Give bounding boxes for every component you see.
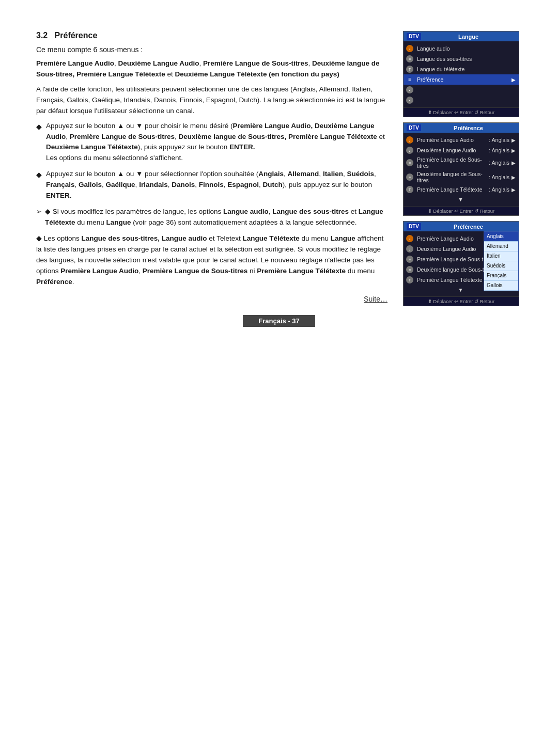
tv-footer-2: ⬆ Déplacer ↩ Entrer ↺ Retour [404,206,519,215]
tv-icon-1-3: T [406,65,414,73]
tv-icon-2-2: ♪ [406,146,414,154]
tv-row-2-5: T Première Langue Télétexte : Anglais ▶ [404,184,519,195]
tv-header-3: DTV Préférence [404,222,519,231]
tv-footer-1: ⬆ Déplacer ↩ Entrer ↺ Retour [404,107,519,117]
dtv-label-3: DTV [407,223,421,230]
tv-row-text-2-1: Première Langue Audio [417,137,488,143]
tv-box-3: DTV Préférence ♪ Première Langue Audio ♪… [403,221,519,306]
tv-row-arrow-2-3: ▶ [512,160,516,166]
bullet-text-1: Appuyez sur le bouton ▲ ou ▼ pour choisi… [46,121,388,164]
tv-icon-1-4: ☰ [406,75,414,84]
bottom-para: ◆ Les options Langue des sous-titres, La… [36,233,388,288]
section-number: 3.2 [36,31,48,40]
popup-item-anglais[interactable]: Anglais [484,232,518,242]
diamond-icon-2: ◆ [36,169,42,181]
tv-row-arrow-2-2: ▶ [512,148,516,153]
ui-column: DTV Langue ♪ Langue audio ≡ Langue des s… [403,31,522,306]
tv-icon-2-4: ≡ [406,173,414,181]
arrow-symbol: ➢ [36,207,42,217]
tv-down-arrow-3: ▼ [458,287,463,293]
tv-row-2-4: ≡ Deuxième langue de Sous-titres : Angla… [404,170,519,184]
tv-title-3: Préférence [421,224,516,230]
tv-down-arrow-2: ▼ [458,196,463,202]
tv-row-value-2-3: : Anglais [489,160,509,166]
tv-icon-1-2: ≡ [406,55,414,63]
popup-item-gallois[interactable]: Gallois [484,281,518,291]
bold-para: Première Langue Audio, Deuxième Langue A… [36,58,388,80]
intro-text: Ce menu compte 6 sous-menus : [36,44,388,55]
bullet-item-1: ◆ Appuyez sur le bouton ▲ ou ▼ pour choi… [36,121,388,164]
dtv-label-2: DTV [407,124,421,131]
section-heading: 3.2 Préférence [36,31,388,40]
tv-row-text-2-3: Première Langue de Sous-titres [417,156,488,169]
popup-item-italien[interactable]: Italien [484,251,518,261]
popup-item-francais[interactable]: Français [484,271,518,281]
tv-row-value-2-2: : Anglais [489,147,509,153]
tv-row-text-1-3: Langue du télétexte [417,66,516,72]
tv-row-1-2: ≡ Langue des sous-titres [404,54,519,64]
tv-row-value-2-4: : Anglais [489,174,509,180]
tv-row-text-1-1: Langue audio [417,45,516,52]
body-text: A l'aide de cette fonction, les utilisat… [36,84,388,117]
tv-row-arrow-2-4: ▶ [512,175,516,180]
arrow-item: ➢ ◆ Si vous modifiez les paramètres de l… [36,207,388,228]
tv-row-text-1-4: Préférence [417,76,509,83]
diamond-icon-1: ◆ [36,121,42,133]
tv-row-text-2-2: Deuxième Langue Audio [417,147,488,153]
tv-row-2-3: ≡ Première Langue de Sous-titres : Angla… [404,155,519,170]
bullet-item-2: ◆ Appuyez sur le bouton ▲ ou ▼ pour séle… [36,169,388,201]
tv-header-1: DTV Langue [404,32,519,41]
tv-icon-2-1: ♪ [406,136,414,144]
tv-icon-3-4: ≡ [406,265,414,274]
tv-row-arrow-2-5: ▶ [512,187,516,193]
tv-row-1-5: • [404,85,519,95]
tv-icon-1-1: ♪ [406,44,414,53]
popup-item-allemand[interactable]: Allemand [484,242,518,251]
page-container: 3.2 Préférence Ce menu compte 6 sous-men… [0,0,558,348]
tv-row-2-1: ♪ Première Langue Audio : Anglais ▶ [404,135,519,145]
footer-label: Français - 37 [243,315,315,327]
bullet-text-2: Appuyez sur le bouton ▲ ou ▼ pour sélect… [46,169,388,201]
bullet-list: ◆ Appuyez sur le bouton ▲ ou ▼ pour choi… [36,121,388,201]
tv-row-value-2-1: : Anglais [489,137,509,143]
tv-icon-1-5: • [406,86,414,94]
tv-icon-3-5: T [406,276,414,284]
popup-item-suedois[interactable]: Suédois [484,261,518,271]
tv-row-text-2-5: Première Langue Télétexte [417,186,488,193]
tv-icon-3-2: ♪ [406,245,414,253]
arrow-text: ◆ Si vous modifiez les paramètres de lan… [45,207,388,228]
tv-header-2: DTV Préférence [404,123,519,133]
tv-row-arrow-2-1: ▶ [512,137,516,143]
tv-row-2-2: ♪ Deuxième Langue Audio : Anglais ▶ [404,145,519,155]
tv-body-3: ♪ Première Langue Audio ♪ Deuxième Langu… [404,231,519,296]
tv-body-1: ♪ Langue audio ≡ Langue des sous-titres … [404,41,519,107]
text-column: 3.2 Préférence Ce menu compte 6 sous-men… [36,31,388,303]
suite-link: Suite… [364,295,388,303]
content-area: 3.2 Préférence Ce menu compte 6 sous-men… [36,31,522,306]
tv-icon-3-1: ♪ [406,234,414,243]
tv-icon-2-3: ≡ [406,159,414,167]
tv-row-text-2-4: Deuxième langue de Sous-titres [417,171,488,183]
tv-row-value-2-5: : Anglais [489,186,509,193]
tv-icon-1-6: • [406,96,414,104]
tv-row-arrow-1-4: ▶ [512,77,516,83]
tv-popup: Anglais Allemand Italien Suédois Françai… [484,231,519,291]
tv-row-1-1: ♪ Langue audio [404,43,519,54]
page-footer: Français - 37 [0,315,558,327]
suite-text: Suite… [36,295,388,303]
tv-row-1-6: • [404,95,519,105]
tv-row-2-6: ▼ [404,195,519,204]
tv-footer-3: ⬆ Déplacer ↩ Entrer ↺ Retour [404,296,519,306]
tv-row-1-3: T Langue du télétexte [404,64,519,74]
tv-box-1: DTV Langue ♪ Langue audio ≡ Langue des s… [403,31,519,117]
tv-body-2: ♪ Première Langue Audio : Anglais ▶ ♪ De… [404,133,519,206]
tv-icon-3-3: ≡ [406,255,414,263]
tv-box-2: DTV Préférence ♪ Première Langue Audio :… [403,122,519,216]
tv-row-1-4: ☰ Préférence ▶ [404,74,519,85]
section-title: Préférence [55,31,98,40]
tv-title-1: Langue [421,34,516,40]
tv-row-text-1-2: Langue des sous-titres [417,56,516,62]
tv-title-2: Préférence [421,125,516,131]
dtv-label-1: DTV [407,33,421,40]
tv-icon-2-5: T [406,185,414,194]
